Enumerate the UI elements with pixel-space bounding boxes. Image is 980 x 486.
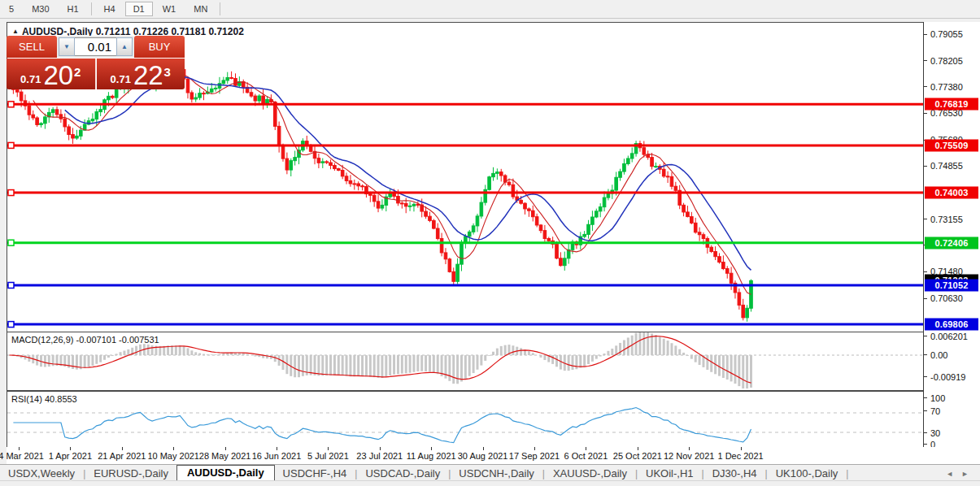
candle [456, 264, 460, 281]
line-handle[interactable] [8, 240, 14, 245]
buy-button[interactable]: BUY [134, 36, 185, 58]
rsi-pane[interactable]: RSI(14) 40.8553 [7, 391, 926, 449]
candle [99, 110, 102, 112]
buy-price-display[interactable]: 0.71 22 3 [97, 59, 185, 89]
price-axis-tick [924, 298, 927, 299]
candle [472, 226, 475, 232]
candle [285, 158, 289, 170]
line-handle[interactable] [8, 282, 14, 288]
candle [353, 184, 356, 184]
line-handle[interactable] [8, 190, 14, 196]
lot-size-input[interactable] [75, 37, 116, 56]
candle [560, 258, 563, 266]
date-axis-tick [586, 447, 586, 450]
chart-tab-xauusd-daily[interactable]: XAUUSD-,Daily [545, 466, 635, 481]
candle [480, 202, 483, 216]
candle [623, 163, 626, 171]
timeframe-button-w1[interactable]: W1 [155, 2, 185, 16]
candle [662, 169, 665, 176]
candle [682, 205, 686, 212]
candle [742, 305, 745, 317]
candle [107, 96, 111, 99]
tab-scroll-right-icon[interactable]: ► [961, 470, 969, 478]
line-handle[interactable] [8, 142, 14, 148]
chart-tab-usdcnh-daily[interactable]: USDCNH-,Daily [451, 466, 542, 481]
candle [329, 163, 333, 165]
candle [468, 232, 471, 236]
candle [55, 110, 59, 115]
tab-separator: | [846, 468, 848, 481]
candle [524, 203, 527, 209]
price-axis-tick [924, 166, 927, 167]
rsi-axis-label: 30 [930, 428, 940, 438]
candle [254, 96, 257, 101]
candle [448, 259, 451, 272]
chart-tab-uk100-daily[interactable]: UK100-,Daily [768, 466, 847, 481]
candle [615, 177, 618, 190]
chart-tab-dj30-h4[interactable]: DJ30-,H4 [704, 466, 765, 481]
rsi-label: RSI(14) 40.8553 [11, 394, 77, 404]
macd-axis-tick [924, 376, 927, 377]
buy-price-big: 22 [133, 63, 163, 88]
candle [68, 127, 71, 135]
price-axis-tick [924, 86, 927, 87]
timeframe-button-h1[interactable]: H1 [59, 2, 87, 16]
candle [51, 110, 54, 113]
chart-tab-usdcad-daily[interactable]: USDCAD-,Daily [357, 466, 448, 481]
candle [230, 77, 233, 78]
candle [115, 89, 118, 98]
macd-pane[interactable]: MACD(12,26,9) -0.007101 -0.007531 [7, 332, 926, 391]
tab-scroll-left-icon[interactable]: ◄ [946, 470, 953, 478]
candle [349, 180, 352, 184]
timeframe-button-d1[interactable]: D1 [125, 2, 153, 16]
price-axis-label: 0.79055 [930, 29, 963, 39]
candle [746, 308, 749, 318]
candle [440, 239, 443, 253]
candle [111, 96, 115, 98]
chart-tab-ukoil-h1[interactable]: UKOil-,H1 [638, 466, 702, 481]
lot-increase-button[interactable]: ▲ [116, 37, 133, 56]
price-axis[interactable]: 0.790550.782050.773800.765300.756800.748… [923, 22, 980, 449]
line-handle[interactable] [8, 322, 14, 328]
candle [655, 167, 658, 167]
price-axis-tick [924, 113, 927, 114]
line-handle[interactable] [8, 102, 14, 107]
candle [337, 169, 340, 171]
candle [738, 293, 741, 305]
sell-button[interactable]: SELL [7, 36, 57, 58]
date-axis-label: 6 Oct 2021 [564, 451, 608, 461]
candle [630, 154, 634, 158]
candle [76, 136, 79, 138]
candle [535, 217, 538, 225]
candle [222, 80, 225, 84]
status-bar [0, 480, 980, 486]
price-axis-label: 0.70630 [930, 293, 963, 303]
macd-label: MACD(12,26,9) -0.007101 -0.007531 [11, 335, 159, 345]
price-axis-label: 0.78205 [930, 56, 963, 66]
date-axis-label: 11 Aug 2021 [407, 451, 456, 461]
date-axis-label: 5 Jul 2021 [307, 451, 349, 461]
date-axis-label: 1 Apr 2021 [49, 451, 92, 461]
date-axis[interactable]: 14 Mar 20211 Apr 202121 Apr 202110 May 2… [7, 447, 980, 464]
timeframe-button-mn[interactable]: MN [185, 2, 216, 16]
lot-decrease-button[interactable]: ▼ [59, 37, 75, 56]
date-axis-label: 12 Nov 2021 [664, 451, 714, 461]
date-axis-tick [534, 447, 535, 450]
candle [499, 172, 503, 176]
candle [325, 162, 329, 163]
timeframe-button-m30[interactable]: M30 [24, 2, 57, 16]
chart-tab-usdchf-h4[interactable]: USDCHF-,H4 [275, 466, 355, 481]
timeframe-button-h4[interactable]: H4 [96, 2, 124, 16]
price-line-badge: 0.71052 [925, 279, 978, 291]
candle [63, 119, 67, 127]
timeframe-button-5[interactable]: 5 [1, 2, 22, 16]
candle [694, 223, 697, 232]
chart-tab-eurusd-daily[interactable]: EURUSD-,Daily [85, 466, 176, 481]
sell-price-display[interactable]: 0.71 20 2 [7, 59, 96, 89]
collapse-icon[interactable]: ▲ [12, 28, 19, 35]
candle [234, 78, 237, 85]
chart-tab-usdx-weekly[interactable]: USDX,Weekly [0, 466, 83, 481]
chart-tab-audusd-daily[interactable]: AUDUSD-,Daily [176, 465, 275, 481]
candle [425, 211, 428, 216]
candle [15, 89, 19, 92]
